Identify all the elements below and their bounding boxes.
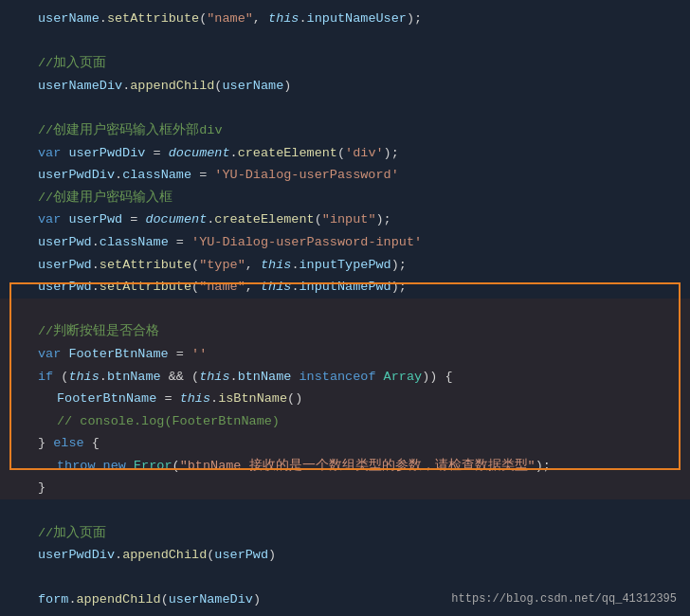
code-line (0, 299, 690, 321)
code-line: userName.setAttribute("name", this.input… (0, 8, 690, 30)
code-line: userNameDiv.appendChild(userName) (0, 75, 690, 98)
code-line: //判断按钮是否合格 (0, 320, 690, 343)
code-line: userPwd.setAttribute("type", this.inputT… (0, 254, 690, 277)
code-line: //创建用户密码输入框 (0, 187, 690, 209)
code-editor: userName.setAttribute("name", this.input… (0, 0, 690, 616)
code-line: userPwdDiv.appendChild(userPwd) (0, 544, 690, 567)
code-line: userPwd.className = 'YU-Dialog-userPassw… (0, 231, 690, 254)
code-line: form.appendChild(userPwdDiv) (0, 611, 690, 616)
code-line: if (this.btnName && (this.btnName instan… (0, 366, 690, 389)
code-line: } (0, 477, 690, 499)
code-line: var FooterBtnName = '' (0, 343, 690, 366)
code-line (0, 30, 690, 53)
code-lines: userName.setAttribute("name", this.input… (0, 8, 690, 616)
code-line (0, 499, 690, 522)
code-line: //加入页面 (0, 522, 690, 545)
code-line: var userPwd = document.createElement("in… (0, 208, 690, 231)
code-line (0, 97, 690, 119)
code-line (0, 567, 690, 589)
code-line: throw new Error("btnName 接收的是一个数组类型的参数，请… (0, 455, 690, 478)
code-line: userPwd.setAttribute("name", this.inputN… (0, 276, 690, 299)
code-line: //创建用户密码输入框外部div (0, 119, 690, 142)
code-line: } else { (0, 432, 690, 455)
blog-url: https://blog.csdn.net/qq_41312395 (451, 590, 677, 608)
code-line: userPwdDiv.className = 'YU-Dialog-userPa… (0, 164, 690, 187)
code-line: FooterBtnName = this.isBtnName() (0, 388, 690, 410)
code-line: // console.log(FooterBtnName) (0, 410, 690, 433)
code-line: var userPwdDiv = document.createElement(… (0, 142, 690, 165)
code-line: //加入页面 (0, 52, 690, 75)
